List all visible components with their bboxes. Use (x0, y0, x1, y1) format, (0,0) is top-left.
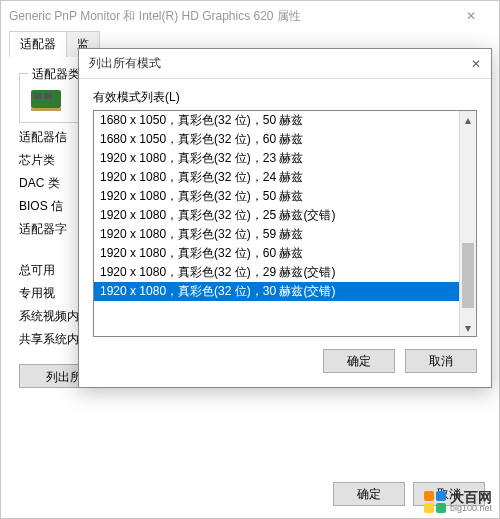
mode-list-item[interactable]: 1680 x 1050，真彩色(32 位)，60 赫兹 (94, 130, 459, 149)
scroll-up-icon[interactable]: ▴ (460, 111, 476, 128)
mode-list-item[interactable]: 1920 x 1080，真彩色(32 位)，50 赫兹 (94, 187, 459, 206)
mode-list-item[interactable]: 1680 x 1050，真彩色(32 位)，50 赫兹 (94, 111, 459, 130)
svg-rect-2 (44, 93, 52, 99)
list-modes-dialog: 列出所有模式 ✕ 有效模式列表(L) 1680 x 1050，真彩色(32 位)… (78, 48, 492, 388)
svg-rect-1 (34, 93, 42, 99)
modal-title: 列出所有模式 (89, 55, 451, 72)
modal-ok-button[interactable]: 确定 (323, 349, 395, 373)
parent-title: Generic PnP Monitor 和 Intel(R) HD Graphi… (9, 8, 451, 25)
mode-list-item[interactable]: 1920 x 1080，真彩色(32 位)，60 赫兹 (94, 244, 459, 263)
watermark-text-block: 大百网 big100.net (450, 490, 492, 513)
watermark-brand: 大百网 (450, 490, 492, 504)
parent-ok-button[interactable]: 确定 (333, 482, 405, 506)
mode-list-item[interactable]: 1920 x 1080，真彩色(32 位)，25 赫兹(交错) (94, 206, 459, 225)
close-icon[interactable]: ✕ (451, 9, 491, 23)
watermark-domain: big100.net (450, 504, 492, 513)
groupbox-label: 适配器类 (28, 66, 84, 83)
modal-body: 有效模式列表(L) 1680 x 1050，真彩色(32 位)，50 赫兹168… (79, 79, 491, 337)
listbox-scrollbar[interactable]: ▴ ▾ (459, 111, 476, 336)
tab-adapter[interactable]: 适配器 (9, 31, 67, 57)
scroll-thumb[interactable] (462, 243, 474, 308)
watermark: 大百网 big100.net (424, 490, 492, 513)
mode-list-item[interactable]: 1920 x 1080，真彩色(32 位)，24 赫兹 (94, 168, 459, 187)
mode-list-item[interactable]: 1920 x 1080，真彩色(32 位)，30 赫兹(交错) (94, 282, 459, 301)
modes-list-label: 有效模式列表(L) (93, 89, 477, 106)
mode-list-item[interactable]: 1920 x 1080，真彩色(32 位)，23 赫兹 (94, 149, 459, 168)
scroll-track[interactable] (460, 128, 476, 319)
scroll-down-icon[interactable]: ▾ (460, 319, 476, 336)
modal-buttons: 确定 取消 (79, 337, 491, 387)
svg-rect-3 (31, 108, 61, 111)
modal-close-icon[interactable]: ✕ (451, 57, 481, 71)
watermark-logo-icon (424, 491, 446, 513)
adapter-card-icon (30, 86, 66, 112)
modal-titlebar: 列出所有模式 ✕ (79, 49, 491, 79)
modes-listbox[interactable]: 1680 x 1050，真彩色(32 位)，50 赫兹1680 x 1050，真… (93, 110, 477, 337)
modal-cancel-button[interactable]: 取消 (405, 349, 477, 373)
modes-list-items: 1680 x 1050，真彩色(32 位)，50 赫兹1680 x 1050，真… (94, 111, 459, 336)
mode-list-item[interactable]: 1920 x 1080，真彩色(32 位)，29 赫兹(交错) (94, 263, 459, 282)
mode-list-item[interactable]: 1920 x 1080，真彩色(32 位)，59 赫兹 (94, 225, 459, 244)
parent-titlebar: Generic PnP Monitor 和 Intel(R) HD Graphi… (1, 1, 499, 31)
